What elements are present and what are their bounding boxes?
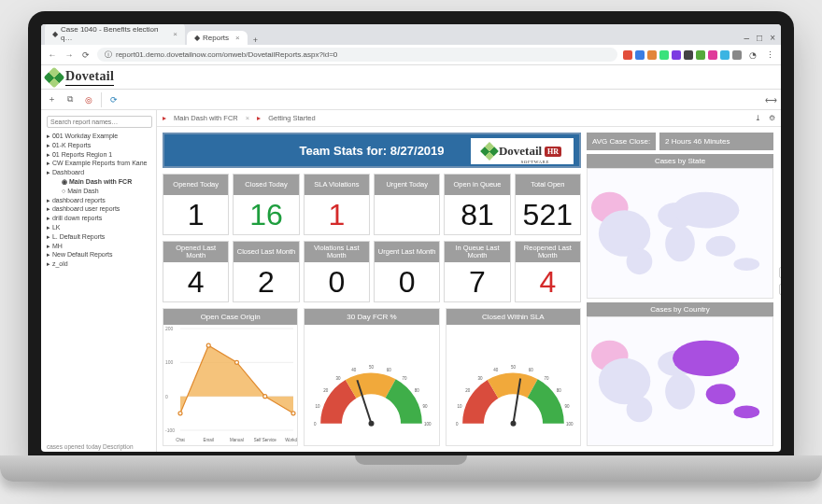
app-header: Dovetail: [41, 65, 781, 90]
tree-item[interactable]: ▸ Dashboard: [47, 168, 152, 177]
tree-item[interactable]: ▸ 001 Workday Example: [47, 132, 152, 141]
tree-item[interactable]: ▸ LK: [47, 223, 152, 232]
back-icon[interactable]: ←: [47, 49, 58, 61]
svg-point-59: [733, 406, 759, 419]
tree-item[interactable]: ▸ 01-K Reports: [47, 141, 152, 150]
banner-title: Team Stats for: 8/27/2019: [299, 144, 444, 158]
window-close-icon[interactable]: ×: [770, 33, 775, 43]
stat-card: Opened Today1: [163, 174, 229, 235]
tree-subitem[interactable]: ◉ Main Dash with FCR: [47, 177, 152, 187]
tree-item[interactable]: ▸ CW Example Reports from Kane: [47, 159, 152, 168]
svg-text:200: 200: [165, 326, 174, 331]
address-bar[interactable]: ⓘ report01.demo.dovetailnow.com/onweb/Do…: [97, 48, 617, 62]
svg-text:Workday: Workday: [285, 438, 297, 442]
refresh-button[interactable]: ⟳: [107, 93, 120, 106]
copy-button[interactable]: ⧉: [64, 93, 77, 106]
svg-point-12: [291, 412, 295, 415]
stat-label: Violations Last Month: [305, 242, 369, 262]
profile-icon[interactable]: ◔: [747, 49, 758, 61]
new-tab-button[interactable]: +: [253, 35, 258, 45]
browser-tab-strip: ◆ Case 1040 - Benefits election q… × ◆ R…: [41, 24, 781, 45]
stat-label: Urgent Today: [375, 175, 439, 195]
svg-point-19: [369, 421, 375, 427]
export-icon[interactable]: ⤓: [755, 114, 761, 122]
close-icon[interactable]: ×: [235, 34, 240, 42]
svg-text:60: 60: [528, 368, 533, 372]
tree-item[interactable]: ▸ dashboard reports: [47, 196, 152, 205]
search-input[interactable]: [47, 116, 152, 128]
svg-point-51: [733, 258, 759, 271]
stat-card: Urgent Today: [374, 174, 440, 235]
stat-label: Opened Today: [163, 175, 228, 195]
kpi-avg-close: AVG Case Close: 2 Hours 46 Minutes: [587, 133, 773, 150]
browser-tab[interactable]: ◆ Case 1040 - Benefits election q… ×: [45, 24, 185, 45]
svg-point-49: [673, 192, 739, 229]
add-button[interactable]: ＋: [45, 93, 58, 106]
svg-point-58: [706, 384, 736, 404]
stat-label: Open in Queue: [445, 175, 509, 195]
map-title: Cases by State: [587, 154, 773, 168]
svg-point-56: [665, 373, 695, 409]
tree-item[interactable]: ▸ drill down reports: [47, 214, 152, 223]
reload-icon[interactable]: ⟳: [80, 49, 92, 61]
tree-item[interactable]: ▸ New Default Reports: [47, 250, 152, 259]
chart-title: Closed Within SLA: [446, 309, 580, 325]
tab-getting-started[interactable]: Getting Started: [268, 114, 315, 122]
svg-text:0: 0: [456, 422, 459, 427]
tree-subitem[interactable]: ○ Main Dash: [47, 187, 152, 196]
ext-icon[interactable]: [672, 50, 681, 60]
svg-point-32: [510, 421, 516, 427]
close-icon[interactable]: ×: [173, 30, 177, 38]
collapse-button[interactable]: ⟷: [764, 93, 777, 106]
ext-icon[interactable]: [659, 50, 669, 60]
window-minimize-icon[interactable]: –: [744, 33, 750, 43]
svg-text:50: 50: [369, 365, 375, 370]
svg-text:-100: -100: [165, 427, 175, 433]
ext-icon[interactable]: [684, 50, 693, 60]
ext-icon[interactable]: [732, 50, 742, 60]
app-toolbar: ＋ ⧉ ◎ ⟳ ⟷: [41, 90, 781, 110]
stat-label: SLA Violations: [305, 175, 369, 195]
ext-icon[interactable]: [635, 50, 645, 60]
close-icon[interactable]: ×: [246, 114, 249, 122]
tree-item[interactable]: ▸ L. Default Reports: [47, 232, 152, 242]
brand-logo[interactable]: Dovetail: [47, 69, 114, 86]
map-cases-by-country: Cases by Country: [587, 302, 773, 446]
tree-item[interactable]: ▸ dashboard user reports: [47, 204, 152, 214]
lock-icon: ⓘ: [105, 49, 112, 60]
dashboard-banner: Team Stats for: 8/27/2019 Dovetail HR SO…: [163, 133, 581, 168]
target-button[interactable]: ◎: [82, 93, 95, 106]
export-icon[interactable]: [779, 284, 781, 295]
stat-value: 2: [234, 262, 298, 301]
forward-icon[interactable]: →: [64, 49, 75, 61]
tree-item[interactable]: ▸ MH: [47, 242, 152, 251]
stat-card: Violations Last Month0: [304, 241, 370, 302]
stat-value: [375, 195, 439, 234]
logo-icon: [44, 66, 65, 88]
stat-value: 4: [163, 262, 228, 301]
browser-tab[interactable]: ◆ Reports ×: [187, 31, 248, 45]
svg-text:90: 90: [564, 404, 570, 409]
settings-icon[interactable]: ⚙: [769, 114, 775, 122]
stat-label: Total Open: [516, 175, 580, 195]
svg-text:Self Service: Self Service: [254, 438, 277, 442]
stat-label: Urgent Last Month: [375, 242, 439, 262]
svg-text:Chat: Chat: [176, 438, 185, 442]
tab-main-dash[interactable]: Main Dash with FCR: [174, 114, 238, 122]
tree-item[interactable]: ▸ 01 Reports Region 1: [47, 150, 152, 160]
tree-item[interactable]: ▸ z_old: [47, 259, 152, 269]
ext-icon[interactable]: [696, 50, 705, 60]
ext-icon[interactable]: [708, 50, 717, 60]
ext-icon[interactable]: [623, 50, 632, 60]
window-maximize-icon[interactable]: □: [757, 33, 762, 43]
ext-icon[interactable]: [647, 50, 657, 60]
svg-text:50: 50: [511, 365, 517, 370]
ext-icon[interactable]: [720, 50, 730, 60]
menu-icon[interactable]: ⋮: [764, 49, 775, 61]
stat-card: Urgent Last Month0: [374, 241, 440, 302]
stat-card: Opened Last Month4: [163, 241, 229, 302]
stat-label: Closed Today: [234, 175, 298, 195]
stat-card: Reopened Last Month4: [515, 241, 581, 302]
expand-icon[interactable]: [779, 267, 781, 278]
svg-text:20: 20: [465, 388, 471, 393]
